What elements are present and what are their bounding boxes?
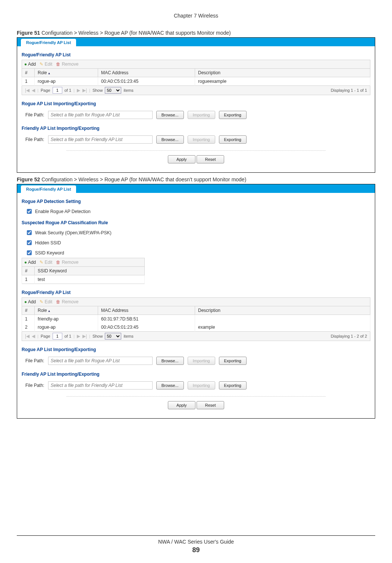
col-ssid-keyword[interactable]: SSID Keyword [35,267,145,275]
col-desc[interactable]: Description [195,306,370,315]
friendly-file-input[interactable] [48,381,153,390]
col-num[interactable]: # [22,267,35,275]
col-num[interactable]: # [22,306,35,315]
tab-rogue-friendly[interactable]: Rogue/Friendly AP List [21,39,76,46]
weak-security-checkbox[interactable] [27,230,32,235]
page-input[interactable] [53,333,62,340]
page-input[interactable] [53,87,62,94]
cell-num: 2 [22,323,35,332]
exporting-button[interactable]: Exporting [219,135,247,144]
reset-button[interactable]: Reset [197,401,224,409]
section-rogue-friendly-list: Rogue/Friendly AP List [22,290,370,295]
table-row[interactable]: 1 rogue-ap 00:A0:C5:01:23:45 rogueexampl… [22,77,370,86]
rogue-file-input[interactable] [48,111,153,119]
col-role[interactable]: Role▲ [35,69,98,77]
next-page-icon[interactable]: ▶ [77,334,80,339]
displaying-text: Displaying 1 - 2 of 2 [331,334,367,338]
prev-page-icon[interactable]: ◀ [32,88,35,93]
rogue-file-input[interactable] [48,357,153,365]
enable-detection-label: Enable Rogue AP Detection [35,209,91,214]
ssid-keyword-label: SSID Keyword [35,250,64,256]
items-label: items [123,334,133,338]
show-label: Show [92,334,103,338]
table-row[interactable]: 2 rogue-ap 00:A0:C5:01:23:45 example [22,323,370,332]
weak-security-label: Weak Security (Open,WEP,WPA-PSK) [35,230,112,235]
importing-button[interactable]: Importing [188,135,215,144]
pager: |◀ ◀ | Page of 1 | ▶ ▶| | Show 50 items … [22,86,370,95]
tab-rogue-friendly[interactable]: Rogue/Friendly AP List [21,185,76,193]
remove-icon: 🗑 [56,62,60,67]
col-mac[interactable]: MAC Address [98,69,195,77]
exporting-button[interactable]: Exporting [219,381,247,390]
ssid-keyword-checkbox[interactable] [27,250,32,255]
hidden-ssid-checkbox[interactable] [27,240,32,245]
figure-52-label: Figure 52 [17,176,40,182]
prev-page-icon[interactable]: ◀ [32,334,35,339]
add-button[interactable]: ● Add [24,260,36,265]
col-num[interactable]: # [22,69,35,77]
page-size-select[interactable]: 50 [105,333,121,340]
edit-button[interactable]: ✎ Edit [40,62,52,67]
remove-icon: 🗑 [56,260,60,265]
ap-table: # Role▲ MAC Address Description 1 rogue-… [22,68,370,86]
table-row[interactable]: 1 friendly-ap 60:31:97:7D:5B:51 [22,315,370,323]
cell-num: 1 [22,275,35,284]
browse-button[interactable]: Browse... [156,111,184,119]
remove-button[interactable]: 🗑 Remove [56,62,78,67]
add-button[interactable]: ● Add [24,62,36,67]
exporting-button[interactable]: Exporting [219,357,247,365]
table-row[interactable]: 1 test [22,275,145,284]
page-of: of 1 [65,88,71,93]
first-page-icon[interactable]: |◀ [25,88,29,93]
edit-icon: ✎ [40,260,43,265]
importing-button[interactable]: Importing [188,111,215,119]
last-page-icon[interactable]: ▶| [82,334,87,339]
tab-bar: Rogue/Friendly AP List [17,38,375,46]
cell-num: 1 [22,315,35,323]
reset-button[interactable]: Reset [197,155,224,163]
add-button[interactable]: ● Add [24,299,36,304]
importing-button[interactable]: Importing [188,381,215,390]
file-path-label: File Path: [25,383,44,388]
add-label: Add [28,299,36,304]
figure-52-text: Configuration > Wireless > Rogue AP (for… [40,176,246,182]
section-rogue-import: Rogue AP List Importing/Exporting [22,347,370,352]
col-desc[interactable]: Description [195,69,370,77]
edit-label: Edit [45,62,53,67]
ap-table: # Role▲ MAC Address Description 1 friend… [22,306,370,332]
importing-button[interactable]: Importing [188,357,215,365]
last-page-icon[interactable]: ▶| [82,88,87,93]
edit-icon: ✎ [40,299,43,304]
friendly-file-row: File Path: Browse... Importing Exporting [22,379,370,392]
apply-button[interactable]: Apply [168,155,195,163]
enable-detection-checkbox[interactable] [27,209,32,214]
edit-button[interactable]: ✎ Edit [40,260,52,265]
exporting-button[interactable]: Exporting [219,111,247,119]
first-page-icon[interactable]: |◀ [25,334,29,339]
chapter-heading: Chapter 7 Wireless [17,11,375,19]
browse-button[interactable]: Browse... [156,357,184,365]
col-role[interactable]: Role▲ [35,306,98,315]
figure-51-text: Configuration > Wireless > Rogue AP (for… [40,30,231,36]
weak-security-row: Weak Security (Open,WEP,WPA-PSK) [22,228,370,238]
col-mac[interactable]: MAC Address [98,306,195,315]
next-page-icon[interactable]: ▶ [77,88,80,93]
list-toolbar: ● Add ✎ Edit 🗑 Remove [22,297,370,306]
cell-role: friendly-ap [35,315,98,323]
browse-button[interactable]: Browse... [156,135,184,144]
figure-51-caption: Figure 51 Configuration > Wireless > Rog… [17,30,375,36]
file-path-label: File Path: [25,358,44,363]
edit-label: Edit [45,299,53,304]
section-rogue-friendly-list: Rogue/Friendly AP List [22,52,370,57]
section-classification: Suspected Rogue AP Classification Rule [22,220,370,225]
sort-asc-icon: ▲ [48,309,51,313]
action-row: Apply Reset [22,154,370,167]
remove-button[interactable]: 🗑 Remove [56,260,78,265]
edit-button[interactable]: ✎ Edit [40,299,52,304]
friendly-file-input[interactable] [48,135,153,144]
browse-button[interactable]: Browse... [156,381,184,390]
page-size-select[interactable]: 50 [105,87,121,94]
apply-button[interactable]: Apply [168,401,195,409]
remove-button[interactable]: 🗑 Remove [56,299,78,304]
add-icon: ● [24,299,27,304]
